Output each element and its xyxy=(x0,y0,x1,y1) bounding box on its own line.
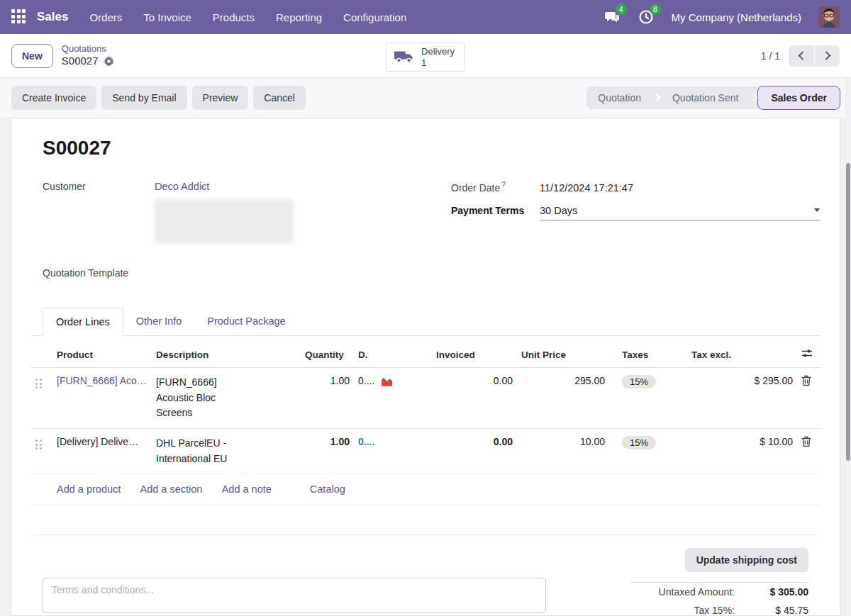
left-field-column: Customer Deco Addict Quotation Template xyxy=(43,181,411,279)
status-step-sales-order[interactable]: Sales Order xyxy=(757,86,840,110)
payment-terms-select[interactable]: 30 Days xyxy=(540,205,820,220)
smart-button-label: Delivery xyxy=(421,46,455,57)
form-sheet: S00027 Customer Deco Addict Quotation Te… xyxy=(11,118,840,616)
menu-products[interactable]: Products xyxy=(213,11,255,23)
app-name[interactable]: Sales xyxy=(37,10,68,24)
notebook-tabs: Order Lines Other Info Product Package xyxy=(31,307,820,336)
line-description[interactable]: [FURN_6666] Acoustic Bloc Screens xyxy=(156,375,240,421)
cancel-button[interactable]: Cancel xyxy=(253,86,306,110)
scrollbar-thumb[interactable] xyxy=(846,163,850,461)
quotation-template-label: Quotation Template xyxy=(43,267,155,279)
customer-label: Customer xyxy=(43,181,155,192)
order-date-value[interactable]: 11/12/2024 17:21:47 xyxy=(540,182,633,194)
untaxed-amount-row: Untaxed Amount: $ 305.00 xyxy=(631,583,808,601)
column-unit-price[interactable]: Unit Price xyxy=(517,342,609,368)
column-taxes[interactable]: Taxes xyxy=(609,342,687,368)
line-invoiced[interactable]: 0.00 xyxy=(432,368,517,429)
order-date-label: Order Date? xyxy=(451,181,540,194)
chevron-left-icon xyxy=(798,51,807,60)
tax-badge[interactable]: 15% xyxy=(622,436,656,449)
scrollbar-track xyxy=(845,78,851,616)
untaxed-amount-value: $ 305.00 xyxy=(745,586,808,598)
smart-button-count: 1 xyxy=(421,57,455,69)
pager-previous-button[interactable] xyxy=(789,45,814,67)
product-link[interactable]: [Delivery] Delive… xyxy=(57,436,148,447)
line-quantity[interactable]: 1.00 xyxy=(301,368,354,429)
company-switcher[interactable]: My Company (Netherlands) xyxy=(672,11,801,23)
gear-icon[interactable] xyxy=(104,56,114,67)
drag-handle-icon[interactable] xyxy=(35,379,48,388)
add-section-link[interactable]: Add a section xyxy=(140,483,203,495)
customer-address-redacted xyxy=(155,199,294,243)
add-product-link[interactable]: Add a product xyxy=(57,483,121,495)
column-description[interactable]: Description xyxy=(152,342,301,368)
messages-button[interactable]: 4 xyxy=(604,9,621,26)
control-panel: New Quotations S00027 Delivery 1 1 / 1 xyxy=(0,34,851,78)
tax-badge[interactable]: 15% xyxy=(622,375,656,388)
tax-label: Tax 15%: xyxy=(694,605,735,616)
caret-down-icon xyxy=(814,208,820,212)
status-arrow-icon xyxy=(750,94,758,101)
messages-badge: 4 xyxy=(616,4,627,15)
statusbar: Quotation Quotation Sent Sales Order xyxy=(586,86,840,109)
delivery-smart-button[interactable]: Delivery 1 xyxy=(386,43,465,72)
menu-orders[interactable]: Orders xyxy=(89,11,122,23)
action-bar: Create Invoice Send by Email Preview Can… xyxy=(0,78,851,118)
activities-button[interactable]: 8 xyxy=(638,9,655,26)
drag-handle-icon[interactable] xyxy=(35,439,48,449)
apps-grid-icon[interactable] xyxy=(11,9,27,25)
product-link[interactable]: [FURN_6666] Acoust xyxy=(57,375,148,386)
line-unit-price[interactable]: 295.00 xyxy=(517,368,609,429)
menu-to-invoice[interactable]: To Invoice xyxy=(143,11,191,23)
status-step-quotation-sent[interactable]: Quotation Sent xyxy=(661,86,750,109)
breadcrumb: Quotations S00027 xyxy=(62,43,114,68)
pager xyxy=(789,45,840,67)
order-line-row[interactable]: [FURN_6666] Acoust [FURN_6666] Acoustic … xyxy=(31,368,821,429)
update-shipping-cost-button[interactable]: Update shipping cost xyxy=(685,548,808,572)
delete-line-icon[interactable] xyxy=(801,375,811,386)
add-note-link[interactable]: Add a note xyxy=(222,483,272,495)
column-subtotal[interactable]: Tax excl. xyxy=(687,342,797,368)
user-avatar[interactable] xyxy=(818,6,840,28)
send-by-email-button[interactable]: Send by Email xyxy=(101,86,187,110)
pager-value: 1 / 1 xyxy=(761,50,780,62)
terms-and-conditions-input[interactable] xyxy=(43,578,546,613)
status-step-quotation[interactable]: Quotation xyxy=(586,86,652,109)
catalog-link[interactable]: Catalog xyxy=(310,483,345,495)
column-product[interactable]: Product xyxy=(52,342,152,368)
tab-other-info[interactable]: Other Info xyxy=(123,308,194,336)
tab-order-lines[interactable]: Order Lines xyxy=(43,308,123,336)
bottom-zone: Update shipping cost Untaxed Amount: $ 3… xyxy=(31,548,820,616)
order-line-row[interactable]: [Delivery] Delive… DHL ParcelEU - Intern… xyxy=(31,429,821,474)
messages-icon xyxy=(604,16,621,28)
line-unit-price[interactable]: 10.00 xyxy=(517,429,609,474)
activities-badge: 8 xyxy=(650,4,661,15)
line-invoiced[interactable]: 0.00 xyxy=(432,429,517,474)
breadcrumb-quotations[interactable]: Quotations xyxy=(62,43,114,55)
menu-configuration[interactable]: Configuration xyxy=(343,11,406,23)
line-subtotal: $ 295.00 xyxy=(687,368,797,429)
column-invoiced[interactable]: Invoiced xyxy=(432,342,517,368)
customer-link[interactable]: Deco Addict xyxy=(155,181,209,192)
line-delivered[interactable]: 0.... xyxy=(358,375,374,386)
line-delivered[interactable]: 0.... xyxy=(358,436,374,447)
delete-line-icon[interactable] xyxy=(801,436,811,447)
payment-terms-value: 30 Days xyxy=(540,205,577,216)
line-description[interactable]: DHL ParcelEU - International EU xyxy=(156,436,240,466)
chevron-right-icon xyxy=(822,51,831,60)
create-invoice-button[interactable]: Create Invoice xyxy=(11,86,96,110)
order-lines-table: Product Description Quantity D. Invoiced… xyxy=(31,342,821,474)
preview-button[interactable]: Preview xyxy=(192,86,249,110)
tab-product-package[interactable]: Product Package xyxy=(194,308,298,336)
table-footer-links: Add a product Add a section Add a note C… xyxy=(31,474,820,505)
column-quantity[interactable]: Quantity xyxy=(301,342,354,368)
column-delivered[interactable]: D. xyxy=(354,342,432,368)
forecast-chart-icon[interactable] xyxy=(381,376,393,386)
pager-next-button[interactable] xyxy=(814,45,840,67)
totals-panel: Update shipping cost Untaxed Amount: $ 3… xyxy=(631,548,808,616)
line-quantity[interactable]: 1.00 xyxy=(301,429,354,474)
new-button[interactable]: New xyxy=(11,44,53,68)
status-arrow-icon xyxy=(652,94,660,101)
optional-columns-icon[interactable] xyxy=(801,348,813,359)
menu-reporting[interactable]: Reporting xyxy=(276,11,322,23)
